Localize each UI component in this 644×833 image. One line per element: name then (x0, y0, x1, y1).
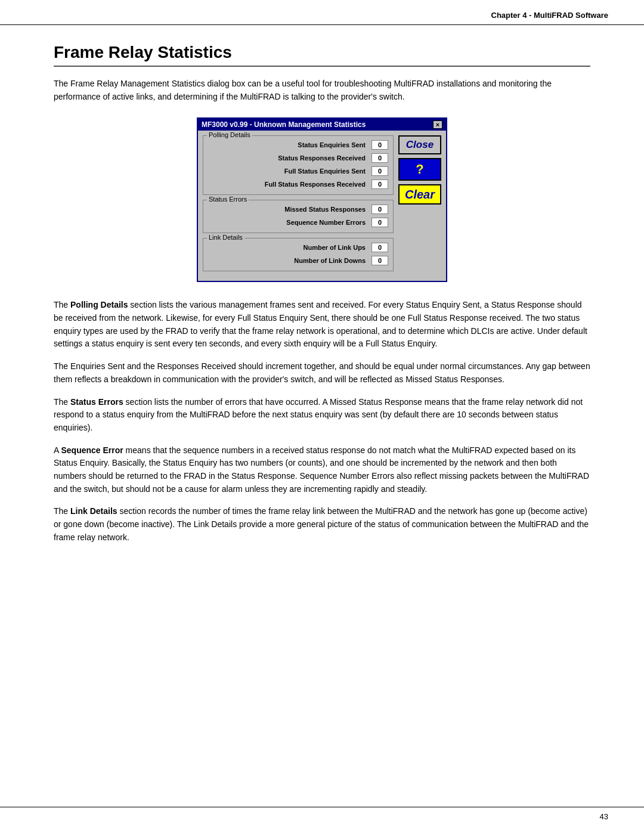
stat-label-sequence-number-errors: Sequence Number Errors (208, 219, 371, 226)
stat-value-number-of-link-ups: 0 (371, 243, 388, 252)
close-button-label: Close (406, 139, 434, 151)
page-title: Frame Relay Statistics (54, 43, 590, 67)
content-area: Frame Relay Statistics The Frame Relay M… (0, 25, 644, 577)
stat-label-number-of-link-downs: Number of Link Downs (208, 257, 371, 264)
stat-value-status-responses-received: 0 (371, 153, 388, 163)
page-container: Chapter 4 - MultiFRAD Software Frame Rel… (0, 0, 644, 833)
stat-row-full-status-enquiries-sent: Full Status Enquiries Sent 0 (208, 165, 388, 178)
polling-details-label: Polling Details (207, 131, 252, 138)
dialog-titlebar: MF3000 v0.99 - Unknown Management Statis… (198, 119, 446, 131)
stat-value-full-status-enquiries-sent: 0 (371, 166, 388, 176)
status-errors-group: Status Errors Missed Status Responses 0 … (203, 200, 394, 233)
help-button-label: ? (416, 162, 423, 177)
polling-details-group: Polling Details Status Enquiries Sent 0 … (203, 135, 394, 195)
stat-row-number-of-link-downs: Number of Link Downs 0 (208, 254, 388, 267)
dialog-body: Polling Details Status Enquiries Sent 0 … (198, 131, 446, 281)
dialog-stats-panel: Polling Details Status Enquiries Sent 0 … (203, 135, 394, 276)
stat-row-status-responses-received: Status Responses Received 0 (208, 151, 388, 165)
stat-value-status-enquiries-sent: 0 (371, 140, 388, 150)
page-header: Chapter 4 - MultiFRAD Software (0, 0, 644, 25)
enquiries-paragraph: The Enquiries Sent and the Responses Rec… (54, 360, 590, 386)
status-errors-label: Status Errors (207, 196, 249, 203)
dialog-window: MF3000 v0.99 - Unknown Management Statis… (197, 117, 447, 282)
polling-details-paragraph: The Polling Details section lists the va… (54, 299, 590, 351)
clear-button[interactable]: Clear (398, 184, 441, 205)
stat-label-number-of-link-ups: Number of Link Ups (208, 244, 371, 251)
help-button[interactable]: ? (398, 158, 441, 181)
stat-row-number-of-link-ups: Number of Link Ups 0 (208, 241, 388, 254)
chapter-label: Chapter 4 - MultiFRAD Software (491, 11, 608, 20)
sequence-error-paragraph: A Sequence Error means that the sequence… (54, 444, 590, 496)
link-details-paragraph: The Link Details section records the num… (54, 505, 590, 544)
stat-row-full-status-responses-received: Full Status Responses Received 0 (208, 178, 388, 191)
page-footer: 43 (0, 807, 644, 821)
page-number: 43 (600, 812, 608, 821)
stat-row-sequence-number-errors: Sequence Number Errors 0 (208, 216, 388, 229)
dialog-container: MF3000 v0.99 - Unknown Management Statis… (54, 117, 590, 282)
close-button[interactable]: Close (398, 135, 441, 154)
status-errors-paragraph: The Status Errors section lists the numb… (54, 396, 590, 435)
stat-row-missed-status-responses: Missed Status Responses 0 (208, 203, 388, 216)
link-details-label: Link Details (207, 234, 244, 241)
stat-label-full-status-enquiries-sent: Full Status Enquiries Sent (208, 168, 371, 175)
dialog-titlebar-close-button[interactable]: × (433, 120, 442, 129)
intro-paragraph: The Frame Relay Management Statistics di… (54, 78, 590, 103)
stat-value-number-of-link-downs: 0 (371, 256, 388, 265)
stat-label-full-status-responses-received: Full Status Responses Received (208, 181, 371, 188)
link-details-group: Link Details Number of Link Ups 0 Number… (203, 238, 394, 271)
stat-row-status-enquiries-sent: Status Enquiries Sent 0 (208, 138, 388, 151)
stat-label-missed-status-responses: Missed Status Responses (208, 206, 371, 213)
stat-label-status-enquiries-sent: Status Enquiries Sent (208, 141, 371, 148)
clear-button-label: Clear (405, 188, 435, 202)
stat-value-missed-status-responses: 0 (371, 205, 388, 214)
dialog-buttons-panel: Close ? Clear (398, 135, 441, 276)
stat-label-status-responses-received: Status Responses Received (208, 154, 371, 162)
dialog-title: MF3000 v0.99 - Unknown Management Statis… (202, 120, 366, 129)
stat-value-sequence-number-errors: 0 (371, 218, 388, 227)
stat-value-full-status-responses-received: 0 (371, 179, 388, 189)
